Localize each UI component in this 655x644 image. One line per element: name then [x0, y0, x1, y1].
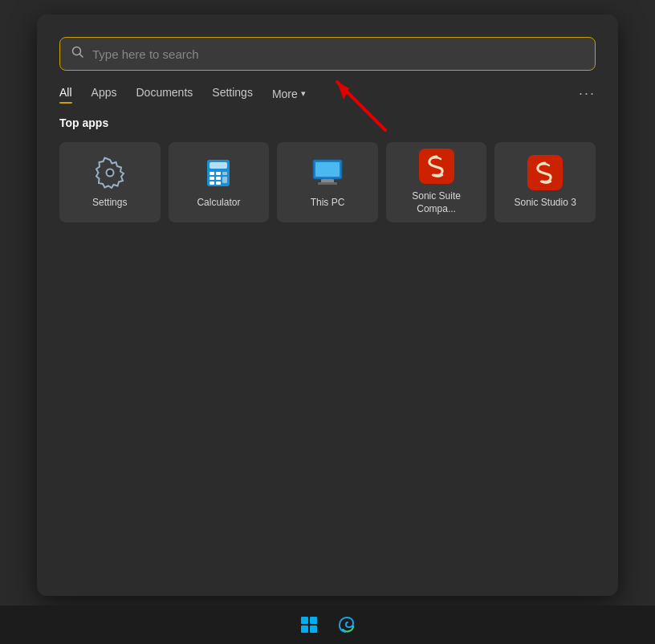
svg-rect-13 — [210, 181, 214, 185]
svg-line-1 — [80, 55, 83, 58]
sonic-studio-app-icon — [527, 155, 563, 190]
search-bar — [59, 37, 596, 71]
edge-button[interactable] — [332, 610, 360, 639]
svg-rect-12 — [222, 177, 227, 183]
tab-apps[interactable]: Apps — [92, 86, 117, 102]
svg-rect-8 — [216, 172, 221, 175]
sonic-suite-app-icon — [419, 149, 454, 184]
svg-rect-11 — [216, 177, 221, 180]
svg-rect-26 — [310, 626, 317, 633]
settings-app-icon — [92, 155, 128, 190]
tab-settings[interactable]: Settings — [212, 86, 253, 102]
search-input[interactable] — [92, 47, 584, 61]
search-icon — [71, 46, 84, 62]
section-title-top-apps: Top apps — [59, 116, 596, 129]
more-options-button[interactable]: ··· — [579, 85, 596, 102]
start-button[interactable] — [295, 610, 323, 639]
svg-rect-10 — [210, 177, 214, 180]
taskbar — [0, 605, 655, 644]
svg-rect-6 — [210, 162, 227, 169]
app-tile-settings[interactable]: Settings — [59, 142, 161, 222]
app-name-thispc: This PC — [311, 197, 345, 210]
tab-documents[interactable]: Documents — [136, 86, 193, 102]
app-name-settings: Settings — [92, 197, 127, 210]
app-name-sonic-studio: Sonic Studio 3 — [514, 197, 576, 210]
calculator-app-icon — [201, 155, 236, 190]
apps-grid: Settings Calculator — [59, 142, 596, 222]
app-name-sonic-suite: Sonic Suite Compa... — [394, 190, 479, 215]
svg-rect-7 — [210, 172, 214, 175]
tab-all[interactable]: All — [59, 86, 72, 102]
app-tile-sonic-studio[interactable]: Sonic Studio 3 — [494, 142, 596, 222]
nav-tabs: All Apps Documents Settings More ▾ ··· — [59, 85, 596, 102]
svg-rect-23 — [301, 617, 308, 624]
app-tile-sonic-suite[interactable]: Sonic Suite Compa... — [386, 142, 487, 222]
start-menu: All Apps Documents Settings More ▾ ··· T… — [37, 14, 618, 596]
svg-rect-9 — [222, 172, 227, 175]
svg-rect-24 — [310, 617, 317, 624]
svg-rect-18 — [318, 182, 337, 185]
app-name-calculator: Calculator — [197, 197, 240, 210]
svg-rect-14 — [216, 181, 221, 185]
svg-point-4 — [107, 170, 112, 176]
chevron-down-icon: ▾ — [301, 88, 306, 99]
thispc-app-icon — [310, 155, 345, 190]
app-tile-calculator[interactable]: Calculator — [169, 142, 270, 222]
svg-rect-16 — [315, 162, 340, 177]
tab-more[interactable]: More ▾ — [272, 88, 306, 100]
svg-rect-25 — [301, 626, 308, 633]
app-tile-thispc[interactable]: This PC — [277, 142, 378, 222]
